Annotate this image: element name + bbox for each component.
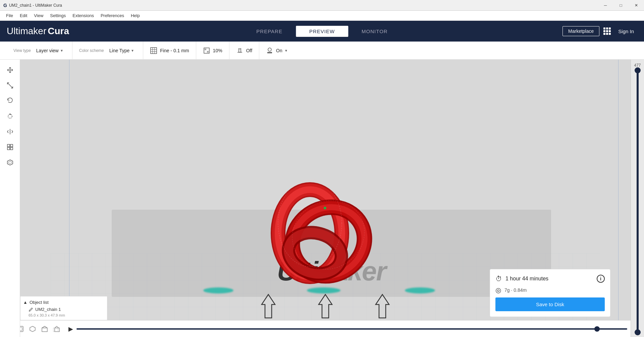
material-row: ◎ 7g · 0.84m bbox=[495, 286, 605, 294]
layer-slider: 477 bbox=[631, 60, 644, 337]
tab-prepare[interactable]: PREPARE bbox=[243, 26, 296, 37]
timeline-thumb[interactable] bbox=[594, 326, 600, 332]
apps-grid-icon[interactable] bbox=[603, 27, 611, 35]
infill-value: 10% bbox=[213, 48, 222, 53]
adhesion-value: On bbox=[276, 48, 282, 53]
play-button[interactable]: ▶ bbox=[68, 325, 73, 333]
quality-icon bbox=[150, 47, 157, 54]
maximize-button[interactable]: □ bbox=[613, 0, 629, 11]
svg-point-16 bbox=[9, 114, 11, 115]
svg-rect-21 bbox=[10, 147, 13, 150]
infill-group: 10% bbox=[196, 42, 229, 60]
svg-marker-43 bbox=[30, 326, 35, 332]
color-scheme-value: Line Type bbox=[109, 48, 129, 53]
svg-marker-38 bbox=[376, 294, 389, 318]
back-view-icon[interactable] bbox=[52, 324, 62, 334]
menu-preferences[interactable]: Preferences bbox=[97, 12, 127, 19]
scale-tool[interactable] bbox=[3, 78, 17, 92]
object-list-header[interactable]: ▲ Object list bbox=[23, 299, 104, 306]
up-arrow-center bbox=[317, 293, 334, 320]
svg-rect-20 bbox=[7, 147, 10, 150]
object-list-item[interactable]: UM2_chain 1 bbox=[23, 306, 104, 313]
color-scheme-label: Color scheme bbox=[79, 48, 104, 53]
main-content: Ultinaker bbox=[0, 60, 644, 337]
color-scheme-group: Color scheme Line Type ▾ bbox=[72, 42, 144, 60]
support-icon bbox=[236, 47, 244, 54]
window-controls: ─ □ ✕ bbox=[598, 0, 644, 11]
svg-rect-19 bbox=[10, 144, 13, 147]
menu-view[interactable]: View bbox=[31, 12, 47, 19]
object-list-panel: ▲ Object list UM2_chain 1 65.0 x 30.3 x … bbox=[20, 296, 107, 320]
adhesion-icon bbox=[266, 47, 273, 54]
up-arrows bbox=[260, 293, 391, 320]
view-type-group: View type Layer view ▾ bbox=[7, 42, 72, 60]
signin-button[interactable]: Sign In bbox=[615, 26, 637, 36]
svg-rect-44 bbox=[42, 328, 47, 332]
mirror-tool[interactable] bbox=[3, 125, 17, 139]
svg-rect-45 bbox=[55, 328, 59, 332]
svg-point-12 bbox=[268, 48, 271, 51]
layer-slider-track[interactable] bbox=[637, 70, 639, 332]
support-value: Off bbox=[246, 48, 252, 53]
tab-monitor[interactable]: MONITOR bbox=[348, 26, 401, 37]
marketplace-button[interactable]: Marketplace bbox=[562, 26, 599, 36]
front-view-icon[interactable] bbox=[40, 324, 50, 334]
app-header: Ultimaker Cura PREPARE PREVIEW MONITOR M… bbox=[0, 21, 644, 42]
adhesion-left bbox=[203, 287, 233, 293]
view-type-value: Layer view bbox=[36, 48, 59, 53]
layer-slider-bottom-thumb[interactable] bbox=[635, 329, 641, 335]
object-size: 65.0 x 30.3 x 47.9 mm bbox=[23, 313, 104, 317]
color-scheme-dropdown[interactable]: Line Type ▾ bbox=[107, 47, 136, 55]
wireframe-view-icon[interactable] bbox=[28, 324, 38, 334]
minimize-button[interactable]: ─ bbox=[598, 0, 613, 11]
undo-tool[interactable] bbox=[3, 94, 17, 108]
menu-extensions[interactable]: Extensions bbox=[69, 12, 97, 19]
menu-help[interactable]: Help bbox=[127, 12, 143, 19]
collapse-icon: ▲ bbox=[23, 300, 28, 305]
svg-rect-8 bbox=[239, 49, 241, 52]
close-button[interactable]: ✕ bbox=[629, 0, 644, 11]
menu-edit[interactable]: Edit bbox=[16, 12, 31, 19]
view-type-dropdown[interactable]: Layer view ▾ bbox=[34, 47, 65, 55]
logo: Ultimaker Cura bbox=[7, 26, 69, 37]
toolbar-strip: View type Layer view ▾ Color scheme Line… bbox=[0, 42, 644, 60]
timeline-slider[interactable] bbox=[76, 328, 627, 330]
svg-rect-6 bbox=[205, 49, 206, 50]
rotate-tool[interactable] bbox=[3, 109, 17, 123]
adhesion-right bbox=[405, 287, 435, 293]
time-icon: ⏱ bbox=[495, 275, 502, 283]
svg-rect-46 bbox=[53, 328, 58, 332]
menu-file[interactable]: File bbox=[3, 12, 16, 19]
layer-top-number: 477 bbox=[634, 63, 641, 68]
svg-rect-7 bbox=[207, 51, 209, 53]
move-tool[interactable] bbox=[3, 63, 17, 77]
quality-group: Fine - 0.1 mm bbox=[143, 42, 196, 60]
info-panel: ⏱ 1 hour 44 minutes i ◎ 7g · 0.84m Save … bbox=[490, 269, 610, 317]
tab-preview[interactable]: PREVIEW bbox=[296, 26, 348, 37]
title-icon: G bbox=[3, 3, 7, 8]
logo-cura: Cura bbox=[48, 26, 69, 37]
object-tool[interactable] bbox=[3, 155, 17, 170]
svg-marker-37 bbox=[319, 294, 332, 318]
support-tool[interactable] bbox=[3, 140, 17, 154]
adhesion-group: On ▾ bbox=[259, 42, 294, 60]
color-scheme-arrow: ▾ bbox=[131, 48, 133, 53]
object-name: UM2_chain 1 bbox=[35, 307, 61, 312]
nav-tabs: PREPARE PREVIEW MONITOR bbox=[243, 26, 401, 37]
up-arrow-left bbox=[260, 293, 277, 320]
guide-line-right bbox=[618, 60, 619, 337]
info-detail-button[interactable]: i bbox=[597, 275, 605, 283]
svg-marker-22 bbox=[7, 160, 13, 165]
window-title: UM2_chain1 - UltiMaker Cura bbox=[9, 3, 62, 8]
layer-slider-top-thumb[interactable] bbox=[635, 67, 641, 73]
menubar: File Edit View Settings Extensions Prefe… bbox=[0, 11, 644, 21]
viewport[interactable]: Ultinaker bbox=[20, 60, 631, 337]
material-icon: ◎ bbox=[495, 286, 501, 294]
bottom-bar: ▶ bbox=[0, 320, 631, 337]
svg-marker-23 bbox=[9, 161, 11, 164]
save-to-disk-button[interactable]: Save to Disk bbox=[495, 297, 605, 311]
view-type-label: View type bbox=[13, 48, 31, 53]
edit-icon bbox=[29, 307, 33, 312]
svg-rect-18 bbox=[7, 144, 10, 147]
menu-settings[interactable]: Settings bbox=[47, 12, 69, 19]
